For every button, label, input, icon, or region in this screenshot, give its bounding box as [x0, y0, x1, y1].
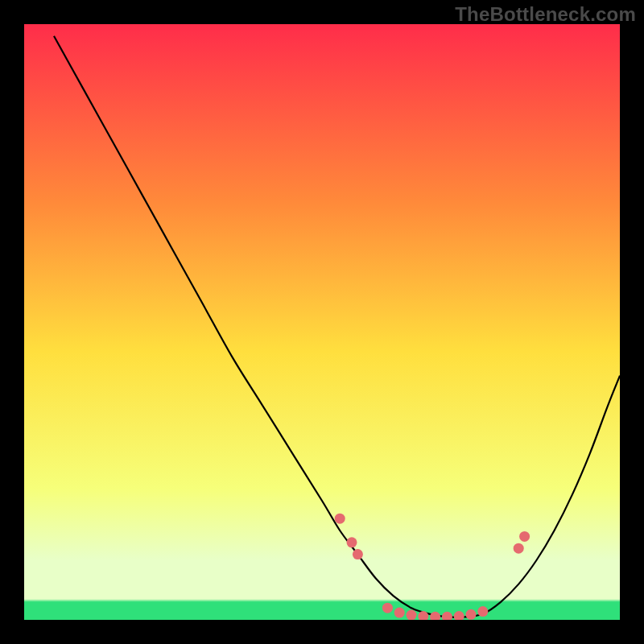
curve-marker [454, 611, 464, 620]
plot-area [24, 24, 620, 620]
curve-layer [24, 24, 620, 620]
chart-frame: TheBottleneck.com [0, 0, 644, 644]
curve-marker [382, 603, 393, 613]
curve-marker [477, 606, 488, 617]
curve-marker [514, 543, 524, 554]
curve-marker [335, 514, 345, 524]
curve-marker [442, 612, 452, 620]
curve-marker [430, 612, 440, 620]
watermark-text: TheBottleneck.com [455, 3, 636, 26]
curve-marker [407, 610, 417, 620]
curve-marker [519, 531, 530, 542]
curve-marker [347, 537, 357, 547]
curve-markers [335, 514, 530, 620]
curve-marker [353, 549, 363, 559]
bottleneck-curve [54, 36, 620, 617]
curve-marker [466, 609, 477, 620]
curve-marker [418, 611, 428, 620]
curve-marker [394, 608, 405, 618]
